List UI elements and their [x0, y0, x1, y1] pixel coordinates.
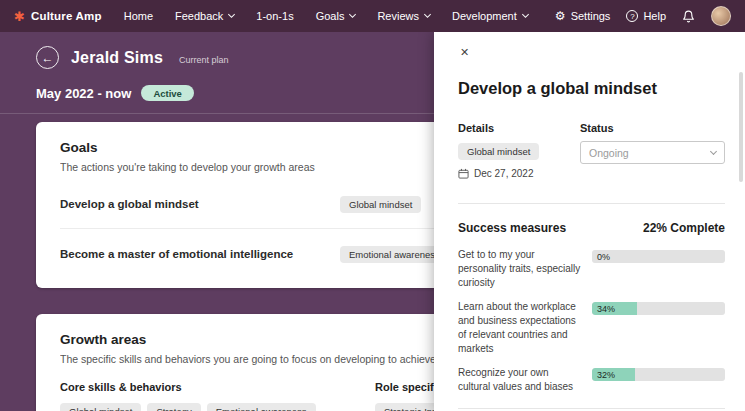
measure-progress-bar: 32%: [592, 368, 725, 381]
progress-percent-label: 34%: [597, 304, 615, 314]
goal-detail-panel: ✕ Develop a global mindset Details Globa…: [434, 32, 745, 411]
nav-label: Home: [124, 10, 153, 22]
measure-progress-bar: 34%: [592, 302, 725, 315]
measure-text: Get to to my your personality traits, es…: [458, 248, 582, 290]
skill-tag: Global mindset: [60, 403, 141, 411]
settings-button[interactable]: ⚙ Settings: [555, 10, 611, 22]
nav-label: 1-on-1s: [256, 10, 293, 22]
panel-scrollbar[interactable]: [739, 72, 743, 182]
details-column: Details Global mindset Dec 27, 2022: [458, 122, 580, 179]
chevron-down-icon: [349, 11, 356, 18]
primary-nav: Home Feedback 1-on-1s Goals Reviews Deve…: [124, 10, 528, 22]
nav-item-home[interactable]: Home: [124, 10, 153, 22]
plan-period: May 2022 - now: [36, 86, 131, 101]
skill-tag: Strategy: [147, 403, 200, 411]
status-label: Status: [580, 122, 725, 134]
calendar-icon: [458, 168, 469, 179]
divider: [458, 203, 725, 204]
user-avatar[interactable]: [711, 6, 731, 26]
back-button[interactable]: ←: [36, 46, 59, 69]
success-measures-title: Success measures: [458, 221, 566, 235]
skill-tag: Emotional awareness: [207, 403, 316, 411]
measure-text: Learn about the workplace and business e…: [458, 300, 582, 356]
settings-label: Settings: [571, 10, 611, 22]
core-skills-column: Core skills & behaviors Global mindset S…: [60, 381, 375, 411]
nav-item-1on1s[interactable]: 1-on-1s: [256, 10, 293, 22]
goal-tag: Emotional awareness: [340, 246, 449, 263]
nav-label: Goals: [316, 10, 345, 22]
panel-goal-title: Develop a global mindset: [458, 79, 725, 98]
gear-icon: ⚙: [555, 10, 566, 22]
brand-name: Culture Amp: [31, 10, 102, 22]
current-plan-label: Current plan: [179, 55, 229, 65]
divider: [458, 408, 725, 409]
success-measure-row: Get to to my your personality traits, es…: [458, 248, 725, 290]
nav-item-feedback[interactable]: Feedback: [175, 10, 234, 22]
help-label: Help: [643, 10, 666, 22]
person-name: Jerald Sims: [71, 49, 163, 67]
notifications-bell-icon[interactable]: [682, 10, 695, 23]
core-skills-label: Core skills & behaviors: [60, 381, 375, 393]
success-measure-list: Get to to my your personality traits, es…: [458, 248, 725, 394]
nav-item-reviews[interactable]: Reviews: [377, 10, 430, 22]
status-badge[interactable]: Active: [141, 85, 194, 101]
nav-label: Development: [452, 10, 517, 22]
top-nav: ✱ Culture Amp Home Feedback 1-on-1s Goal…: [0, 0, 745, 32]
help-button[interactable]: ? Help: [626, 10, 666, 22]
culture-amp-logo-icon: ✱: [14, 10, 25, 23]
back-arrow-icon: ←: [42, 51, 54, 65]
nav-label: Reviews: [377, 10, 419, 22]
nav-label: Feedback: [175, 10, 223, 22]
goal-detail-tag: Global mindset: [458, 143, 539, 160]
measure-text: Recognize your own cultural values and b…: [458, 366, 582, 394]
status-dropdown[interactable]: Ongoing: [580, 141, 725, 164]
measure-progress-bar: 0%: [592, 250, 725, 263]
success-measure-row: Recognize your own cultural values and b…: [458, 366, 725, 394]
goal-title: Become a master of emotional intelligenc…: [60, 248, 340, 260]
chevron-down-icon: [228, 11, 235, 18]
progress-percent-label: 32%: [597, 370, 615, 380]
progress-percent-label: 0%: [597, 252, 610, 262]
chevron-down-icon: [710, 148, 717, 155]
brand-home-link[interactable]: ✱ Culture Amp: [14, 10, 102, 23]
help-icon: ?: [626, 10, 638, 22]
due-date: Dec 27, 2022: [474, 168, 534, 179]
details-label: Details: [458, 122, 580, 134]
goal-tag: Global mindset: [340, 196, 421, 213]
close-icon: ✕: [460, 46, 469, 58]
goal-title: Develop a global mindset: [60, 198, 340, 210]
chevron-down-icon: [522, 11, 529, 18]
nav-item-goals[interactable]: Goals: [316, 10, 356, 22]
nav-item-development[interactable]: Development: [452, 10, 528, 22]
status-value: Ongoing: [589, 147, 629, 159]
status-column: Status Ongoing: [580, 122, 725, 179]
nav-utilities: ⚙ Settings ? Help: [555, 6, 731, 26]
chevron-down-icon: [424, 11, 431, 18]
percent-complete: 22% Complete: [643, 221, 725, 235]
success-measure-row: Learn about the workplace and business e…: [458, 300, 725, 356]
close-panel-button[interactable]: ✕: [458, 44, 471, 61]
